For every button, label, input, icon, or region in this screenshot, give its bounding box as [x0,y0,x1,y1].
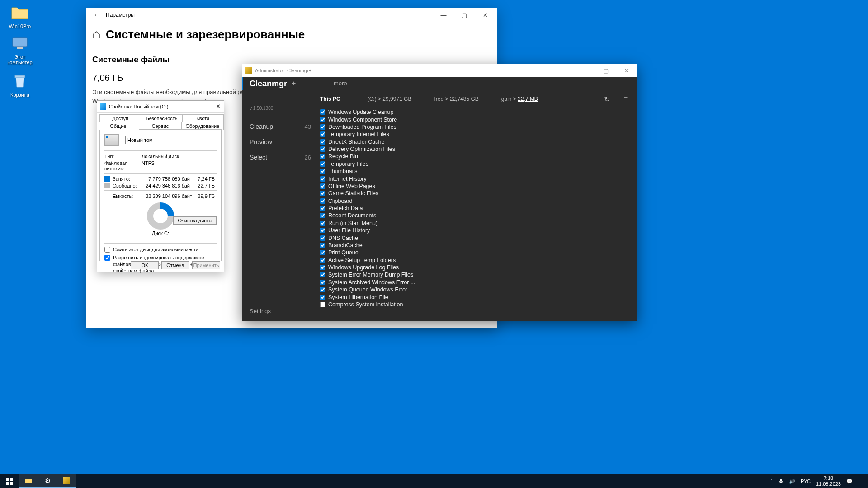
cleanup-item[interactable]: Clipboard [320,197,635,205]
taskbar-settings[interactable]: ⚙ [38,474,57,488]
cleanup-item[interactable]: Temporary Internet Files [320,131,635,138]
minimize-button[interactable]: — [433,8,454,22]
cleanup-item-checkbox[interactable] [320,280,326,285]
clock[interactable]: 7:18 11.08.2023 [816,475,841,487]
cleanup-item-checkbox[interactable] [320,295,326,300]
desktop-icon-thispc[interactable]: Этот компьютер [2,34,38,65]
cancel-button[interactable]: Отмена [161,261,189,269]
cleanup-item[interactable]: Windows Component Store [320,116,635,123]
cleanup-item[interactable]: Windows Update Cleanup [320,108,635,116]
start-button[interactable] [0,474,19,488]
cleanup-item[interactable]: System Error Memory Dump Files [320,271,635,278]
cleanup-item-checkbox[interactable] [320,302,326,307]
taskbar-cleanmgr[interactable] [57,474,76,488]
cleanup-item-checkbox[interactable] [320,198,326,204]
cleanup-item[interactable]: Recycle Bin [320,153,635,160]
cleanup-item-checkbox[interactable] [320,191,326,196]
cleanup-item[interactable]: Compress System Installation [320,301,635,308]
maximize-button[interactable]: ▢ [595,64,616,77]
cleanup-item[interactable]: System Archived Windows Error ... [320,279,635,286]
disk-label: Диск C: [104,230,217,236]
cleanup-item[interactable]: Prefetch Data [320,205,635,212]
maximize-button[interactable]: ▢ [454,8,475,22]
cleanup-item-checkbox[interactable] [320,124,326,130]
cleanup-item-checkbox[interactable] [320,169,326,174]
tab-Оборудование[interactable]: Оборудование [181,122,224,130]
cleanup-item[interactable]: Active Setup Temp Folders [320,257,635,264]
volume-name-input[interactable] [125,136,209,144]
cleanup-item[interactable]: System Queued Windows Error ... [320,286,635,293]
cleanup-item[interactable]: Thumbnails [320,168,635,175]
disk-cleanup-button[interactable]: Очистка диска [173,216,217,225]
cleanup-item[interactable]: BranchCache [320,242,635,249]
cleanup-item[interactable]: User File History [320,227,635,234]
cleanup-item-checkbox[interactable] [320,154,326,159]
menu-icon[interactable]: ≡ [624,95,628,103]
cleanup-item-checkbox[interactable] [320,250,326,255]
cleanup-item-checkbox[interactable] [320,258,326,263]
cleanup-item[interactable]: Downloaded Program Files [320,123,635,131]
ok-button[interactable]: ОК [131,261,159,269]
taskbar-explorer[interactable] [19,474,38,488]
tab-Сервис[interactable]: Сервис [139,122,181,130]
tab-Общие[interactable]: Общие [97,122,139,130]
network-icon[interactable]: 🖧 [778,479,783,484]
desktop-icon-win10pro[interactable]: Win10Pro [2,4,38,29]
gain-value[interactable]: 22,7 MB [518,96,538,102]
cleanup-item[interactable]: Temporary Files [320,160,635,168]
cleanup-item-checkbox[interactable] [320,146,326,152]
cleanup-item-checkbox[interactable] [320,265,326,270]
back-button[interactable]: ← [88,11,106,19]
cleanup-item-checkbox[interactable] [320,243,326,248]
sidebar-cleanup[interactable]: Cleanup43 [250,119,311,134]
cleanup-item[interactable]: Offline Web Pages [320,183,635,190]
tab-Квота[interactable]: Квота [182,114,224,122]
cleanup-item-checkbox[interactable] [320,161,326,167]
cleanup-item[interactable]: DNS Cache [320,234,635,241]
compress-checkbox[interactable]: Сжать этот диск для экономии места [104,246,217,253]
cleanup-item-checkbox[interactable] [320,117,326,122]
cleanup-item[interactable]: Recent Documents [320,212,635,219]
app-icon [245,67,252,74]
cleanup-item[interactable]: Windows Upgrade Log Files [320,264,635,271]
cleanup-item-checkbox[interactable] [320,131,326,137]
cleanup-item-checkbox[interactable] [320,139,326,145]
cleanup-item[interactable]: Internet History [320,175,635,182]
more-menu[interactable]: more [319,80,347,87]
cleanup-item[interactable]: System Hibernation File [320,293,635,300]
free-bytes: 24 429 346 816 байт [142,183,192,188]
minimize-button[interactable]: — [575,64,595,77]
cleanup-item[interactable]: DirectX Shader Cache [320,138,635,145]
home-icon[interactable] [92,31,100,39]
close-button[interactable]: ✕ [475,8,495,22]
desktop-icon-recyclebin[interactable]: Корзина [2,72,38,98]
cleanup-item-checkbox[interactable] [320,228,326,233]
cleanup-item[interactable]: Print Queue [320,249,635,256]
close-button[interactable]: ✕ [212,103,224,110]
lang-indicator[interactable]: РУС [801,479,811,484]
sidebar-settings[interactable]: Settings [250,303,311,321]
cleanup-item-checkbox[interactable] [320,176,326,182]
cleanup-item-checkbox[interactable] [320,235,326,241]
cleanup-item-checkbox[interactable] [320,206,326,211]
cleanup-item[interactable]: Delivery Optimization Files [320,145,635,153]
cleanup-item-checkbox[interactable] [320,221,326,226]
volume-icon[interactable]: 🔊 [789,479,795,484]
cleanup-item[interactable]: Game Statistic Files [320,190,635,197]
refresh-icon[interactable]: ↻ [604,95,610,103]
cleanup-item-checkbox[interactable] [320,109,326,115]
cleanup-item-checkbox[interactable] [320,213,326,218]
cleanup-item[interactable]: Run (in Start Menu) [320,220,635,227]
close-button[interactable]: ✕ [616,64,637,77]
sidebar-preview[interactable]: Preview [250,134,311,150]
cleanup-item-checkbox[interactable] [320,183,326,189]
tray-chevron-icon[interactable]: ˄ [770,479,773,484]
plus-icon[interactable]: + [292,80,296,88]
cleanup-item-checkbox[interactable] [320,272,326,277]
show-desktop-button[interactable] [862,474,864,488]
sidebar-select[interactable]: Select26 [250,150,311,165]
tab-Безопасность[interactable]: Безопасность [141,114,182,122]
tab-Доступ[interactable]: Доступ [99,114,141,122]
cleanup-item-checkbox[interactable] [320,287,326,292]
notifications-icon[interactable]: 💬 [846,479,853,484]
